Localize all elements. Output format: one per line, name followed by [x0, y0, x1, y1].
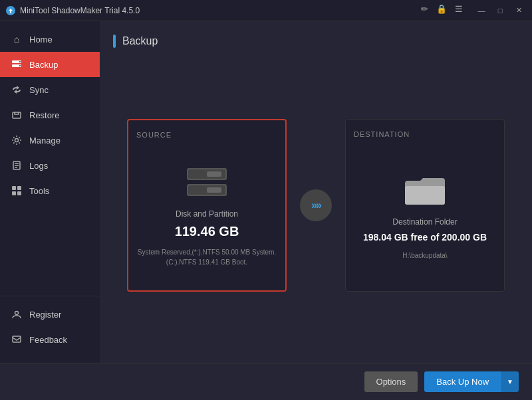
logs-icon — [11, 159, 23, 171]
sidebar-item-manage[interactable]: Manage — [0, 128, 100, 153]
sidebar-label-tools: Tools — [29, 186, 49, 196]
destination-card[interactable]: DESTINATION Destination Folder 198.04 GB… — [345, 119, 505, 292]
manage-icon — [11, 134, 23, 146]
minimize-button[interactable]: — — [473, 4, 489, 17]
sidebar-item-feedback[interactable]: Feedback — [0, 327, 100, 352]
sidebar-label-feedback: Feedback — [29, 335, 67, 345]
backup-button-group: Back Up Now ▼ — [424, 371, 519, 392]
source-detail: System Reserved,(*:).NTFS 50.00 MB Syste… — [138, 247, 276, 267]
sidebar-item-logs[interactable]: Logs — [0, 153, 100, 178]
window-controls: ✏ 🔒 ☰ — □ ✕ — [421, 4, 527, 17]
svg-rect-19 — [207, 171, 221, 177]
svg-rect-12 — [17, 186, 21, 190]
sidebar-label-restore: Restore — [29, 110, 60, 120]
destination-label: DESTINATION — [354, 130, 410, 138]
sidebar-item-restore[interactable]: Restore — [0, 102, 100, 128]
main-layout: ⌂ Home Backup Sync — [0, 21, 532, 363]
page-title-bar: Backup — [113, 35, 519, 48]
source-size: 119.46 GB — [175, 224, 239, 239]
bottom-bar: Options Back Up Now ▼ — [0, 363, 532, 400]
arrow-button[interactable]: »» — [300, 189, 332, 221]
disk-partition-icon — [183, 165, 231, 200]
page-title: Backup — [122, 35, 158, 47]
content-area: Backup SOURCE — [100, 21, 532, 363]
sidebar-label-manage: Manage — [29, 136, 61, 146]
svg-point-3 — [19, 61, 21, 62]
app-logo — [5, 5, 16, 16]
sidebar: ⌂ Home Backup Sync — [0, 21, 100, 363]
sidebar-label-home: Home — [29, 35, 53, 45]
svg-rect-11 — [12, 186, 16, 190]
sidebar-label-backup: Backup — [29, 60, 58, 70]
source-icon-area: Disk and Partition 119.46 GB System Rese… — [136, 152, 277, 280]
source-card[interactable]: SOURCE Disk and Partition 119.46 G — [127, 119, 287, 292]
sidebar-item-backup[interactable]: Backup — [0, 52, 100, 77]
home-icon: ⌂ — [11, 33, 23, 45]
register-icon — [11, 308, 23, 320]
close-button[interactable]: ✕ — [511, 4, 527, 17]
destination-type-label: Destination Folder — [392, 217, 457, 227]
sidebar-label-register: Register — [29, 310, 61, 320]
destination-icon-area: Destination Folder 198.04 GB free of 200… — [363, 151, 487, 280]
feedback-icon — [11, 334, 23, 346]
options-button[interactable]: Options — [364, 371, 418, 392]
svg-rect-13 — [12, 191, 16, 195]
source-type-label: Disk and Partition — [176, 209, 238, 219]
sync-icon — [11, 84, 23, 96]
destination-path: H:\backupdata\ — [402, 250, 447, 260]
folder-icon — [402, 171, 448, 208]
sidebar-item-home[interactable]: ⌂ Home — [0, 27, 100, 52]
lock-icon[interactable]: 🔒 — [436, 4, 447, 17]
svg-point-4 — [19, 65, 21, 66]
sidebar-label-sync: Sync — [29, 85, 49, 95]
svg-point-6 — [15, 139, 19, 142]
title-bar: MiniTool ShadowMaker Trial 4.5.0 ✏ 🔒 ☰ —… — [0, 0, 532, 21]
source-label: SOURCE — [136, 131, 172, 139]
svg-rect-22 — [207, 187, 221, 193]
pencil-icon[interactable]: ✏ — [421, 4, 428, 17]
sidebar-label-logs: Logs — [29, 161, 48, 171]
svg-rect-23 — [405, 186, 445, 205]
backup-now-button[interactable]: Back Up Now — [424, 371, 501, 392]
destination-free-space: 198.04 GB free of 200.00 GB — [363, 232, 487, 243]
svg-rect-14 — [17, 191, 21, 195]
sidebar-item-sync[interactable]: Sync — [0, 77, 100, 102]
sidebar-item-register[interactable]: Register — [0, 302, 100, 327]
title-accent — [113, 35, 116, 48]
backup-main: SOURCE Disk and Partition 119.46 G — [113, 61, 519, 350]
sidebar-bottom: Register Feedback — [0, 296, 100, 357]
app-title: MiniTool ShadowMaker Trial 4.5.0 — [20, 6, 421, 15]
svg-rect-16 — [13, 336, 21, 342]
svg-point-15 — [15, 312, 19, 315]
forward-arrow-icon: »» — [311, 199, 321, 211]
arrow-area: »» — [300, 189, 332, 221]
menu-icon[interactable]: ☰ — [455, 4, 463, 17]
maximize-button[interactable]: □ — [492, 4, 508, 17]
backup-icon — [11, 58, 23, 70]
backup-arrow-button[interactable]: ▼ — [501, 371, 519, 392]
tools-icon — [11, 185, 23, 197]
restore-icon — [11, 109, 23, 121]
sidebar-item-tools[interactable]: Tools — [0, 178, 100, 203]
svg-rect-5 — [13, 112, 21, 118]
